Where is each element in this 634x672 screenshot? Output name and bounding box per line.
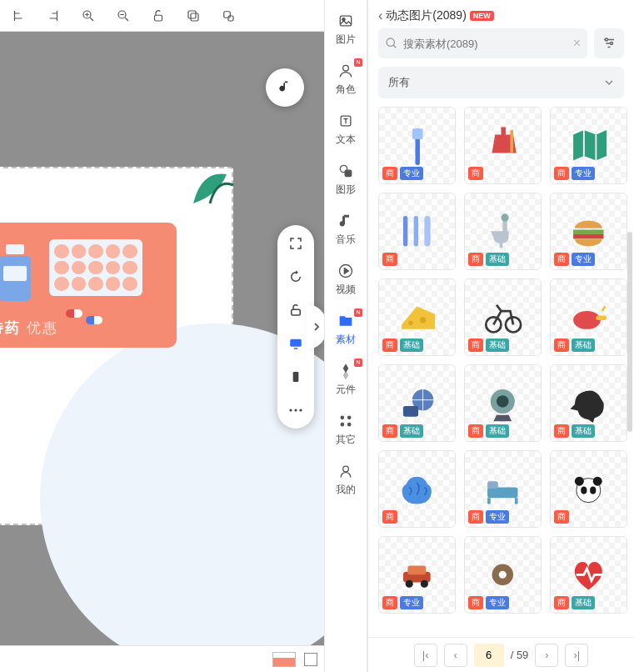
asset-brain[interactable]: 商 — [378, 450, 456, 528]
svg-point-64 — [499, 571, 507, 579]
asset-cheese[interactable]: 商基础 — [378, 278, 456, 356]
svg-rect-14 — [340, 16, 351, 26]
mobile-icon[interactable] — [287, 369, 304, 385]
asset-toothbrush[interactable]: 商专业 — [378, 107, 456, 184]
asset-car[interactable]: 商专业 — [378, 536, 456, 614]
category-label: 素材 — [336, 333, 356, 347]
category-mine[interactable]: 我的 — [325, 459, 367, 500]
align-right-icon[interactable] — [45, 8, 62, 24]
category-material[interactable]: 素材N — [325, 308, 367, 350]
svg-point-62 — [421, 580, 428, 588]
page-input[interactable] — [474, 644, 504, 667]
tag-pro: 专业 — [486, 596, 509, 609]
asset-dustpan[interactable]: 商 — [464, 107, 542, 184]
tag-basic: 基础 — [486, 253, 509, 266]
asset-heartbeat[interactable]: 商基础 — [550, 536, 627, 614]
canvas-footer — [0, 645, 324, 672]
asset-webcam[interactable]: 商基础 — [464, 364, 542, 442]
category-shape[interactable]: 图形 — [325, 158, 367, 200]
tag-pro: 专业 — [400, 167, 423, 180]
svg-rect-33 — [403, 216, 407, 246]
category-component[interactable]: 元件N — [325, 359, 367, 400]
svg-rect-3 — [191, 13, 198, 21]
desktop-icon[interactable] — [287, 335, 304, 352]
asset-grid-wrap[interactable]: 商专业商商专业商商基础商专业商基础商基础商基础商基础商基础商基础商商专业商商专业… — [368, 107, 634, 637]
asset-crow[interactable]: 商基础 — [550, 364, 627, 442]
filter-button[interactable] — [594, 28, 624, 58]
category-other[interactable]: 其它 — [325, 409, 367, 450]
dropdown-label: 所有 — [388, 75, 410, 90]
breadcrumb[interactable]: 动态图片(2089) — [386, 8, 466, 23]
asset-faucet[interactable]: 商基础 — [464, 193, 542, 270]
unlock-tool-icon[interactable] — [287, 302, 304, 318]
back-chevron-icon[interactable]: ‹ — [378, 8, 382, 23]
clear-icon[interactable]: × — [573, 36, 581, 51]
canvas-area[interactable]: 特药 优惠 惠 — [0, 0, 324, 672]
align-left-icon[interactable] — [10, 8, 27, 24]
asset-bed[interactable]: 商专业 — [464, 450, 542, 528]
svg-rect-5 — [224, 11, 231, 18]
unlock-icon[interactable] — [150, 8, 167, 24]
category-label: 元件 — [336, 383, 356, 397]
more-icon[interactable] — [287, 402, 304, 419]
category-text[interactable]: 文本 — [325, 108, 367, 150]
svg-rect-7 — [292, 309, 301, 315]
panda-icon — [566, 466, 612, 512]
svg-point-22 — [348, 416, 351, 419]
search-icon — [385, 37, 398, 50]
paste-style-icon[interactable] — [220, 8, 237, 24]
svg-point-40 — [408, 321, 412, 325]
search-input[interactable] — [403, 38, 568, 50]
toolbar-expand[interactable] — [307, 304, 324, 349]
zoom-in-icon[interactable] — [80, 8, 97, 24]
zoom-out-icon[interactable] — [115, 8, 132, 24]
asset-panda[interactable]: 商 — [550, 450, 627, 528]
page-prev[interactable]: ‹ — [444, 644, 467, 667]
toothbrush-icon — [394, 123, 440, 168]
asset-grid: 商专业商商专业商商基础商专业商基础商基础商基础商基础商基础商基础商商专业商商专业… — [378, 107, 627, 614]
crow-icon — [566, 380, 612, 426]
promo-card[interactable]: 特药 优惠 — [0, 223, 177, 348]
shape-icon — [337, 162, 355, 180]
page-first[interactable]: |‹ — [414, 644, 437, 667]
asset-camera-globe[interactable]: 商基础 — [378, 364, 456, 442]
scrollbar[interactable] — [627, 232, 632, 432]
asset-meat[interactable]: 商基础 — [550, 278, 627, 356]
asset-donut[interactable]: 商专业 — [464, 536, 542, 614]
svg-point-24 — [348, 424, 351, 426]
svg-rect-8 — [290, 339, 302, 347]
asset-utensils[interactable]: 商 — [378, 193, 456, 270]
artboard[interactable]: 特药 优惠 惠 — [0, 167, 233, 525]
category-video[interactable]: 视频 — [325, 258, 367, 300]
category-image[interactable]: 图片 — [325, 8, 367, 50]
view-toggle-icon[interactable] — [304, 653, 317, 666]
category-music[interactable]: 音乐 — [325, 208, 367, 250]
bicycle-icon — [480, 294, 526, 340]
svg-rect-60 — [408, 566, 427, 575]
category-dropdown[interactable]: 所有 — [378, 67, 624, 98]
asset-bicycle[interactable]: 商基础 — [464, 278, 542, 356]
rotate-icon[interactable] — [287, 268, 304, 285]
music-button[interactable] — [266, 68, 304, 107]
tag-biz: 商 — [382, 510, 397, 524]
svg-point-27 — [606, 38, 608, 41]
category-label: 我的 — [336, 483, 356, 497]
category-character[interactable]: 角色N — [325, 58, 367, 100]
svg-point-37 — [502, 214, 509, 222]
svg-point-57 — [581, 487, 587, 494]
asset-burger[interactable]: 商专业 — [550, 193, 627, 270]
svg-rect-52 — [487, 498, 491, 504]
fullscreen-icon[interactable] — [287, 235, 304, 252]
search-box[interactable]: × — [378, 28, 587, 58]
svg-point-49 — [497, 395, 509, 408]
mine-icon — [337, 462, 355, 480]
asset-map[interactable]: 商专业 — [550, 107, 627, 184]
page-last[interactable]: ›| — [565, 644, 588, 667]
tag-basic: 基础 — [400, 339, 423, 352]
svg-rect-38 — [573, 230, 603, 234]
svg-rect-47 — [403, 406, 418, 417]
copy-icon[interactable] — [185, 8, 202, 24]
svg-rect-51 — [487, 481, 498, 489]
page-next[interactable]: › — [535, 644, 558, 667]
page-thumbnail[interactable] — [272, 652, 296, 667]
